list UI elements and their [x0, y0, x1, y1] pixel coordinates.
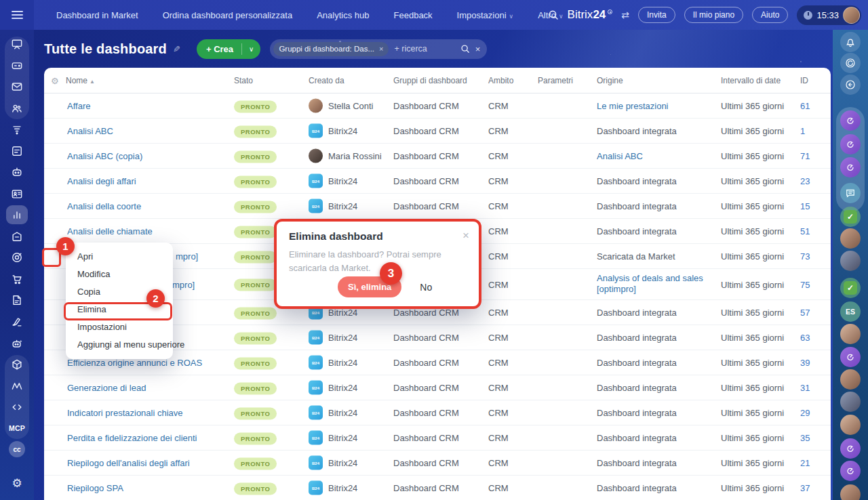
- dialog-close-icon[interactable]: ×: [462, 229, 469, 243]
- my-plan-button[interactable]: Il mio piano: [684, 7, 743, 23]
- filter-search-icon[interactable]: [460, 44, 470, 54]
- top-menu-item-1[interactable]: Ordina dashboard personalizzata: [163, 10, 293, 20]
- dashboard-name-link[interactable]: Generazione di lead: [67, 383, 146, 393]
- sidebar-item-market[interactable]: [6, 377, 28, 396]
- right-sidebar-item-13[interactable]: [840, 346, 861, 368]
- sidebar-item-tasks[interactable]: [6, 142, 28, 161]
- filter-clear-icon[interactable]: ×: [475, 44, 481, 54]
- column-header-creato-da[interactable]: Creato da: [309, 76, 344, 85]
- sidebar-item-document[interactable]: [6, 291, 28, 310]
- right-sidebar-item-0[interactable]: [840, 31, 861, 53]
- dashboard-name-link[interactable]: Analisi della coorte: [67, 201, 141, 211]
- column-header-intervallo-di-date[interactable]: Intervallo di date: [721, 76, 781, 85]
- origin-link[interactable]: Analysis of deals and sales [optimpro]: [597, 273, 715, 296]
- sidebar-item-esign[interactable]: [6, 312, 28, 331]
- id-link[interactable]: 57: [800, 308, 810, 318]
- context-menu-item-modifica[interactable]: Modifica: [66, 266, 173, 283]
- search-icon[interactable]: [548, 9, 559, 20]
- column-header-origine[interactable]: Origine: [597, 76, 623, 85]
- origin-link[interactable]: Le mie prestazioni: [597, 101, 669, 111]
- column-header-parametri[interactable]: Parametri: [538, 76, 573, 85]
- dashboard-name-link[interactable]: Affare: [67, 101, 90, 111]
- right-sidebar-item-17[interactable]: [840, 438, 861, 459]
- right-sidebar-item-12[interactable]: [840, 323, 861, 345]
- transfer-icon[interactable]: ⇄: [621, 9, 629, 20]
- id-link[interactable]: 29: [800, 408, 810, 418]
- right-sidebar-item-19[interactable]: [840, 484, 861, 500]
- sidebar-item-mail[interactable]: [6, 77, 28, 96]
- right-sidebar-item-18[interactable]: [840, 460, 861, 482]
- id-link[interactable]: 73: [800, 251, 810, 262]
- top-menu-item-3[interactable]: Feedback: [394, 10, 433, 20]
- dashboard-name-link[interactable]: mpro]: [176, 251, 198, 262]
- id-link[interactable]: 51: [800, 226, 810, 236]
- origin-link[interactable]: Analisi ABC: [597, 151, 643, 161]
- chevron-down-icon[interactable]: ∨: [242, 45, 260, 53]
- chip-close-icon[interactable]: ×: [379, 45, 383, 53]
- id-link[interactable]: 35: [800, 433, 810, 443]
- sidebar-item-target[interactable]: [6, 248, 28, 267]
- right-sidebar-item-3[interactable]: [840, 110, 861, 131]
- sidebar-item-stream[interactable]: [6, 120, 28, 139]
- right-sidebar-item-1[interactable]: [840, 52, 861, 74]
- right-sidebar-item-6[interactable]: [840, 182, 861, 204]
- dashboard-name-link[interactable]: Riepilogo dell'analisi degli affari: [67, 458, 190, 468]
- creator-avatar[interactable]: [309, 99, 323, 113]
- dashboard-name-link[interactable]: mpro]: [172, 279, 195, 289]
- id-link[interactable]: 71: [800, 151, 810, 161]
- id-link[interactable]: 15: [800, 201, 810, 211]
- table-settings-gear-icon[interactable]: ⚙: [51, 75, 59, 85]
- column-header-id[interactable]: ID: [800, 76, 808, 85]
- sidebar-item-mcp-label[interactable]: MCP: [6, 419, 28, 438]
- edit-title-icon[interactable]: ✎: [173, 44, 180, 54]
- context-menu-item-aggiungi-al-menu-superiore[interactable]: Aggiungi al menu superiore: [66, 336, 173, 354]
- sidebar-item-cc[interactable]: cc: [6, 440, 28, 459]
- filter-chip[interactable]: Gruppi di dashboard: Das...×: [273, 42, 389, 56]
- right-sidebar-item-15[interactable]: [840, 391, 861, 413]
- top-menu-item-0[interactable]: Dashboard in Market: [56, 10, 138, 20]
- time-tracker[interactable]: 15:33: [797, 5, 861, 25]
- sidebar-item-whiteboard[interactable]: [6, 35, 28, 54]
- right-sidebar-item-5[interactable]: [840, 157, 861, 178]
- search-placeholder[interactable]: + ricerca: [394, 44, 460, 54]
- sidebar-item-box[interactable]: [6, 227, 28, 246]
- dashboard-name-link[interactable]: Indicatori prestazionali chiave: [67, 408, 183, 418]
- id-link[interactable]: 39: [800, 358, 810, 368]
- context-menu-item-impostazioni[interactable]: Impostazioni: [66, 318, 173, 336]
- sidebar-item-deck[interactable]: [6, 56, 28, 75]
- create-button[interactable]: + Crea ∨: [197, 39, 260, 59]
- right-sidebar-item-2[interactable]: [840, 74, 861, 96]
- id-link[interactable]: 61: [800, 101, 810, 111]
- column-header-gruppi-di-dashboard[interactable]: Gruppi di dashboard: [393, 76, 467, 85]
- id-link[interactable]: 75: [800, 279, 810, 289]
- dashboard-name-link[interactable]: Analisi degli affari: [67, 176, 136, 186]
- sidebar-item-people[interactable]: [6, 99, 28, 118]
- invite-button[interactable]: Invita: [638, 7, 675, 23]
- right-sidebar-item-10[interactable]: ✓: [840, 277, 861, 299]
- right-sidebar-item-8[interactable]: [840, 228, 861, 249]
- right-sidebar-item-7[interactable]: ✓: [840, 206, 861, 228]
- id-link[interactable]: 1: [800, 126, 805, 136]
- column-header-nome[interactable]: Nome▲: [66, 76, 95, 85]
- top-menu-item-2[interactable]: Analytics hub: [317, 10, 369, 20]
- right-sidebar-item-4[interactable]: [840, 133, 861, 155]
- help-button[interactable]: Aiuto: [752, 7, 788, 23]
- cancel-button[interactable]: No: [420, 282, 432, 293]
- sidebar-item-cart[interactable]: [6, 270, 28, 289]
- filter-search-bar[interactable]: Gruppi di dashboard: Das...× + ricerca ×: [270, 39, 487, 59]
- right-sidebar-item-14[interactable]: [840, 369, 861, 390]
- id-link[interactable]: 31: [800, 383, 810, 393]
- user-avatar[interactable]: [843, 7, 860, 24]
- id-link[interactable]: 23: [800, 176, 810, 186]
- sidebar-item-bi-chart[interactable]: [6, 205, 28, 224]
- creator-avatar[interactable]: [309, 149, 323, 163]
- id-link[interactable]: 37: [800, 483, 810, 493]
- sidebar-item-code[interactable]: [6, 398, 28, 417]
- sidebar-item-automation[interactable]: [6, 334, 28, 353]
- right-sidebar-item-9[interactable]: [840, 250, 861, 272]
- context-menu-item-apri[interactable]: Apri: [66, 248, 173, 266]
- sidebar-item-copilot[interactable]: [6, 163, 28, 182]
- dashboard-name-link[interactable]: Analisi delle chiamate: [67, 226, 153, 236]
- dashboard-name-link[interactable]: Analisi ABC (copia): [67, 151, 142, 161]
- sidebar-item-cube[interactable]: [6, 355, 28, 374]
